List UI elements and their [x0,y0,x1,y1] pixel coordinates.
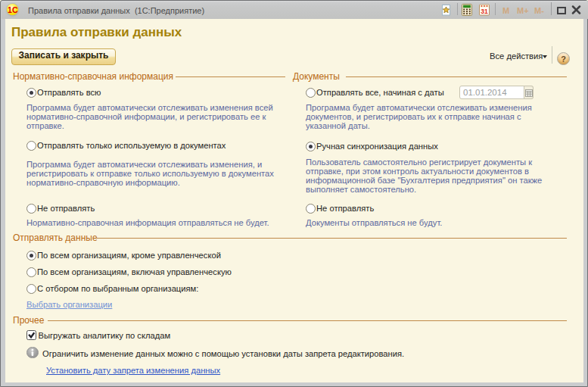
svg-text:31: 31 [481,8,488,15]
svg-text:1C: 1C [8,5,18,14]
